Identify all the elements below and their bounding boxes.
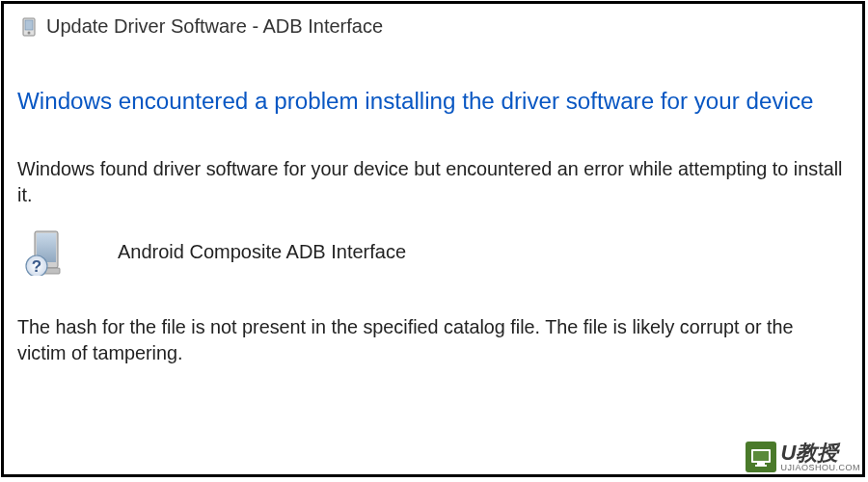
driver-update-dialog: Update Driver Software - ADB Interface W… <box>1 1 865 477</box>
dialog-title-bar: Update Driver Software - ADB Interface <box>4 4 862 49</box>
dialog-heading: Windows encountered a problem installing… <box>4 49 862 116</box>
dialog-sub-message: Windows found driver software for your d… <box>4 116 862 207</box>
device-unknown-icon: ? <box>23 229 69 276</box>
svg-rect-1 <box>25 20 33 30</box>
svg-text:?: ? <box>32 257 41 276</box>
svg-rect-11 <box>755 465 767 467</box>
error-detail-text: The hash for the file is not present in … <box>4 276 862 365</box>
device-small-icon <box>21 17 37 37</box>
dialog-title: Update Driver Software - ADB Interface <box>46 15 383 38</box>
watermark-domain: UJIAOSHOU.COM <box>780 464 860 472</box>
watermark-badge-icon <box>746 442 776 472</box>
device-info-row: ? Android Composite ADB Interface <box>4 208 862 276</box>
svg-rect-10 <box>757 463 765 465</box>
watermark: U教授 UJIAOSHOU.COM <box>746 442 860 472</box>
device-name-label: Android Composite ADB Interface <box>118 241 406 263</box>
watermark-brand: U教授 <box>780 442 860 464</box>
svg-rect-9 <box>753 451 769 461</box>
watermark-text: U教授 UJIAOSHOU.COM <box>780 442 860 472</box>
svg-point-2 <box>28 31 31 34</box>
